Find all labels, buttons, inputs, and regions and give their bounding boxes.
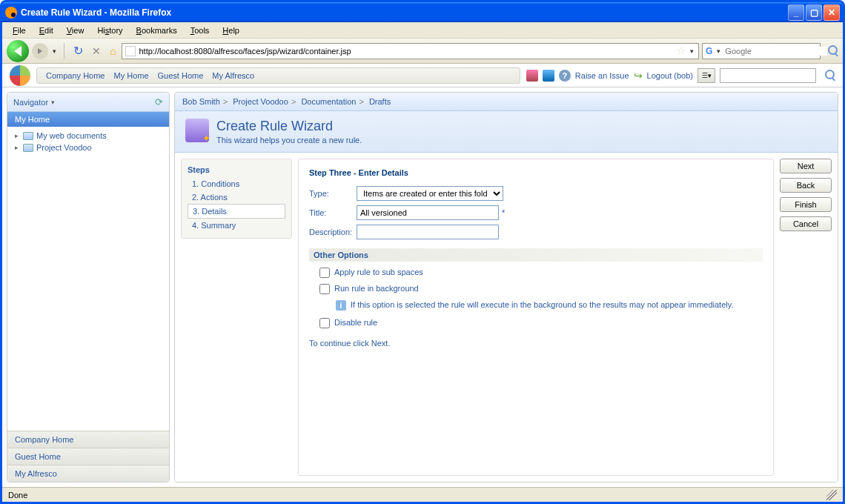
raise-issue-link[interactable]: Raise an Issue [575, 71, 629, 80]
logout-icon: ↪ [634, 70, 643, 82]
wizard-header: Create Rule Wizard This wizard helps you… [175, 111, 838, 153]
sidebar-tree: My web documents Project Voodoo [7, 127, 169, 431]
quicklink-company-home[interactable]: Company Home [7, 431, 169, 448]
nav-my-alfresco[interactable]: My Alfresco [209, 71, 257, 80]
url-dropdown[interactable]: ▾ [689, 47, 695, 55]
finish-button[interactable]: Finish [780, 197, 832, 212]
menu-file[interactable]: File [7, 24, 32, 36]
quicklink-my-alfresco[interactable]: My Alfresco [7, 465, 169, 482]
search-go-icon[interactable] [826, 45, 838, 57]
statusbar: Done [2, 487, 843, 502]
menu-view[interactable]: View [61, 24, 90, 36]
background-info-text: If this option is selected the rule will… [351, 300, 733, 309]
navigator-label: Navigator [13, 98, 48, 107]
description-label: Description: [309, 228, 357, 236]
info-icon: i [336, 300, 346, 311]
sidebar-active-space[interactable]: My Home [7, 112, 169, 127]
continue-text: To continue click Next. [309, 339, 763, 348]
nav-company-home[interactable]: Company Home [43, 71, 107, 80]
status-text: Done [8, 491, 27, 500]
description-input[interactable] [357, 225, 499, 239]
next-button[interactable]: Next [780, 159, 832, 173]
cancel-button[interactable]: Cancel [780, 216, 832, 231]
options-button[interactable]: ☰▾ [697, 68, 715, 83]
sidebar: Navigator ▾ ⟳ My Home My web documents P… [7, 92, 170, 483]
user-icon[interactable] [526, 70, 538, 82]
browser-search-input[interactable] [725, 47, 827, 56]
menubar: File Edit View History Bookmarks Tools H… [2, 22, 843, 39]
step-details[interactable]: 3. Details [188, 204, 285, 219]
run-background-checkbox[interactable] [319, 284, 330, 294]
stop-button[interactable]: ✕ [89, 45, 104, 57]
step-heading: Step Three - Enter Details [309, 168, 763, 177]
tree-item-project-voodoo[interactable]: Project Voodoo [12, 142, 165, 153]
wizard-title: Create Rule Wizard [216, 119, 362, 134]
nav-toolbar: ▾ ↻ ✕ ⌂ ☆ ▾ G ▾ [2, 39, 843, 64]
window-title: Create Rule Wizard - Mozilla Firefox [21, 7, 788, 18]
nav-guest-home[interactable]: Guest Home [155, 71, 207, 80]
menu-bookmarks[interactable]: Bookmarks [130, 24, 183, 36]
bookmark-star-icon[interactable]: ☆ [677, 45, 686, 56]
browser-search[interactable]: G ▾ [702, 43, 821, 59]
alfresco-topbar: Company Home My Home Guest Home My Alfre… [2, 64, 843, 87]
url-bar[interactable]: ☆ ▾ [122, 43, 699, 59]
run-background-label: Run rule in background [334, 284, 419, 293]
sidebar-quicklinks: Company Home Guest Home My Alfresco [7, 431, 169, 482]
url-input[interactable] [139, 47, 674, 56]
required-marker: * [502, 208, 505, 217]
step-summary[interactable]: 4. Summary [188, 219, 285, 232]
crumb-0[interactable]: Bob Smith [182, 97, 220, 106]
tree-item-web-docs[interactable]: My web documents [12, 130, 165, 142]
step-actions[interactable]: 2. Actions [188, 190, 285, 204]
steps-panel: Steps 1. Conditions 2. Actions 3. Detail… [181, 159, 292, 239]
google-icon: G [706, 45, 712, 57]
network-icon[interactable] [543, 70, 554, 82]
alfresco-search-input[interactable] [720, 68, 816, 83]
reload-button[interactable]: ↻ [70, 44, 86, 58]
global-nav: Company Home My Home Guest Home My Alfre… [36, 67, 520, 84]
close-button[interactable]: ✕ [824, 4, 840, 21]
tree-item-label: Project Voodoo [36, 143, 92, 152]
crumb-1[interactable]: Project Voodoo [233, 97, 288, 106]
form-panel: Step Three - Enter Details Type: Items a… [298, 159, 774, 476]
breadcrumb: Bob Smith> Project Voodoo> Documentation… [175, 93, 838, 111]
logout-link[interactable]: Logout (bob) [647, 71, 693, 80]
step-conditions[interactable]: 1. Conditions [188, 177, 285, 190]
steps-title: Steps [188, 165, 285, 174]
crumb-3[interactable]: Drafts [369, 97, 391, 106]
back-button[interactable]: Back [780, 178, 832, 193]
home-button[interactable]: ⌂ [107, 45, 119, 57]
nav-my-home[interactable]: My Home [110, 71, 151, 80]
quicklink-guest-home[interactable]: Guest Home [7, 448, 169, 465]
forward-button[interactable] [32, 43, 48, 59]
type-select[interactable]: Items are created or enter this folder [357, 186, 503, 201]
menu-help[interactable]: Help [216, 24, 245, 36]
alfresco-logo [10, 65, 30, 86]
search-engine-dropdown[interactable]: ▾ [715, 47, 722, 55]
history-dropdown[interactable]: ▾ [51, 47, 58, 55]
space-icon [23, 132, 33, 140]
disable-rule-checkbox[interactable] [319, 318, 330, 328]
tree-item-label: My web documents [36, 131, 107, 140]
apply-sub-label: Apply rule to sub spaces [334, 268, 423, 276]
navigator-dropdown-icon[interactable]: ▾ [51, 99, 55, 106]
title-label: Title: [309, 208, 357, 217]
minimize-button[interactable]: _ [788, 4, 804, 21]
refresh-icon[interactable]: ⟳ [155, 96, 163, 107]
disable-rule-label: Disable rule [334, 318, 377, 327]
menu-tools[interactable]: Tools [185, 24, 216, 36]
help-icon[interactable]: ? [559, 70, 571, 82]
menu-history[interactable]: History [91, 24, 128, 36]
resize-grip[interactable] [826, 490, 837, 500]
type-label: Type: [309, 189, 357, 198]
apply-sub-checkbox[interactable] [319, 268, 330, 278]
menu-edit[interactable]: Edit [33, 24, 59, 36]
back-button[interactable] [7, 40, 29, 62]
wizard-icon [185, 119, 209, 142]
maximize-button[interactable]: ▢ [806, 4, 822, 21]
navigator-header[interactable]: Navigator ▾ ⟳ [7, 93, 169, 112]
alfresco-search-button[interactable] [824, 70, 835, 82]
crumb-2[interactable]: Documentation [301, 97, 356, 106]
title-input[interactable] [357, 205, 499, 220]
firefox-icon [5, 7, 17, 19]
